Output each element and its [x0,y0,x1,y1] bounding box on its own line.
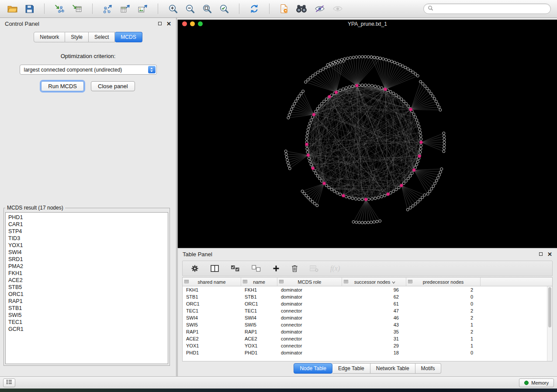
zoom-in-button[interactable] [167,3,179,14]
mcds-result-list[interactable]: PHD1CAR1STP4TID3YOX1SWI4SRD1PMA2FKH1ACE2… [5,212,168,364]
mcds-result-node[interactable]: SRD1 [8,256,165,263]
trash-icon [291,265,298,272]
find-button[interactable] [294,3,308,14]
table-row[interactable]: SWI5SWI5connector431 [183,321,547,328]
mcds-result-node[interactable]: GCR1 [8,326,165,333]
import-table-button[interactable] [71,3,83,14]
mcds-result-node[interactable]: ACE2 [8,277,165,284]
table-row[interactable]: PHD1PHD1dominator180 [183,349,547,356]
cell-name: RAP1 [241,329,277,334]
mcds-result-node[interactable]: ORC1 [8,291,165,298]
table-row[interactable]: ACE2ACE2connector311 [183,335,547,342]
close-table-panel-icon[interactable]: ✕ [547,251,552,257]
main-toolbar [0,0,557,18]
select-all-rows-button[interactable] [229,264,241,273]
memory-button[interactable]: Memory [519,378,554,387]
column-header-predecessor-nodes[interactable]: predecessor nodes [406,278,481,286]
export-document-button[interactable] [278,3,290,14]
deselect-all-rows-button[interactable] [250,264,262,273]
cell-mcds-role: dominator [277,287,342,292]
tab-mcds[interactable]: MCDS [115,32,142,42]
zoom-out-button[interactable] [184,3,196,14]
close-panel-button[interactable]: Close panel [91,81,135,91]
export-network-button[interactable] [101,3,114,14]
export-table-button[interactable] [119,3,131,14]
tab-network[interactable]: Network [34,32,65,42]
float-table-panel-icon[interactable] [539,252,543,256]
mcds-result-node[interactable]: CAR1 [8,221,165,228]
mcds-result-node[interactable]: YOX1 [8,242,165,249]
tab-select[interactable]: Select [89,32,115,42]
chevron-down-icon [392,279,395,285]
network-view[interactable] [178,28,557,248]
network-window-titlebar[interactable]: YPA_prune.txt_1 [178,20,557,28]
search-box[interactable] [423,3,551,14]
tab-style[interactable]: Style [65,32,89,42]
close-panel-icon[interactable]: ✕ [166,21,171,27]
table-row[interactable]: STB1STB1dominator620 [183,293,547,300]
table-settings-button[interactable] [190,264,200,273]
zoom-selected-button[interactable] [218,3,230,14]
delete-column-button[interactable] [290,264,299,273]
cell-shared-name: RAP1 [183,329,241,334]
mcds-result-node[interactable]: FKH1 [8,270,165,277]
mcds-result-node[interactable]: SWI5 [8,312,165,319]
mcds-result-node[interactable]: STB5 [8,284,165,291]
add-column-button[interactable] [271,264,281,273]
window-zoom-button[interactable] [198,21,203,26]
column-header-shared-name[interactable]: shared name [183,278,241,286]
cell-mcds-role: dominator [277,301,342,306]
tab-node-table[interactable]: Node Table [294,363,332,374]
table-row[interactable]: SWI4SWI4dominator462 [183,314,547,321]
scrollbar-thumb[interactable] [548,287,551,327]
import-table-icon [72,4,82,14]
cell-mcds-role: connector [277,343,342,348]
mcds-result-node[interactable]: PHD1 [8,214,165,221]
window-minimize-button[interactable] [190,21,195,26]
search-input[interactable] [436,6,547,12]
column-header-filler [481,278,552,286]
mcds-result-node[interactable]: TEC1 [8,319,165,326]
refresh-layout-button[interactable] [248,3,260,14]
control-panel-header: Control Panel ✕ [0,18,176,29]
table-row[interactable]: FKH1FKH1dominator962 [183,286,547,293]
column-header-name[interactable]: name [241,278,277,286]
binoculars-icon [296,4,307,13]
status-menu-button[interactable] [3,378,15,387]
show-hide-button[interactable] [313,4,326,14]
cell-mcds-role: dominator [277,294,342,299]
criterion-dropdown[interactable]: largest connected component (undirected) [20,65,157,75]
tab-network-table[interactable]: Network Table [370,363,415,374]
tab-motifs[interactable]: Motifs [415,363,441,374]
column-header-mcds-role[interactable]: MCDS role [277,278,342,286]
mcds-result-node[interactable]: RAP1 [8,298,165,305]
table-row[interactable]: TEC1TEC1connector472 [183,307,547,314]
mcds-result-node[interactable]: STB1 [8,305,165,312]
table-scrollbar[interactable] [547,286,552,361]
delete-table-icon [310,265,318,272]
export-image-button[interactable] [136,3,149,14]
cell-name: SWI4 [241,315,277,320]
cell-name: PHD1 [241,350,277,355]
tab-edge-table[interactable]: Edge Table [332,363,370,374]
table-row[interactable]: YOX1YOX1connector291 [183,342,547,349]
mcds-result-node[interactable]: TID3 [8,235,165,242]
mcds-result-node[interactable]: SWI4 [8,249,165,256]
window-close-button[interactable] [182,21,187,26]
save-session-button[interactable] [24,3,35,14]
zoom-fit-button[interactable] [201,3,213,14]
table-row[interactable]: RAP1RAP1dominator352 [183,328,547,335]
mcds-result-node[interactable]: PMA2 [8,263,165,270]
table-toolbar: f(x) [182,261,553,276]
cell-predecessor-nodes: 1 [406,322,481,327]
memory-label: Memory [531,380,549,385]
run-mcds-button[interactable]: Run MCDS [41,81,84,91]
open-file-button[interactable] [6,4,19,14]
float-panel-icon[interactable] [158,22,162,25]
table-row[interactable]: ORC1ORC1dominator610 [183,300,547,307]
mcds-result-node[interactable]: STP4 [8,228,165,235]
import-network-button[interactable] [53,3,66,14]
column-header-successor-nodes[interactable]: successor nodes [342,278,406,286]
control-panel-tabs: NetworkStyleSelectMCDS [0,32,176,42]
column-visibility-button[interactable] [209,264,220,273]
